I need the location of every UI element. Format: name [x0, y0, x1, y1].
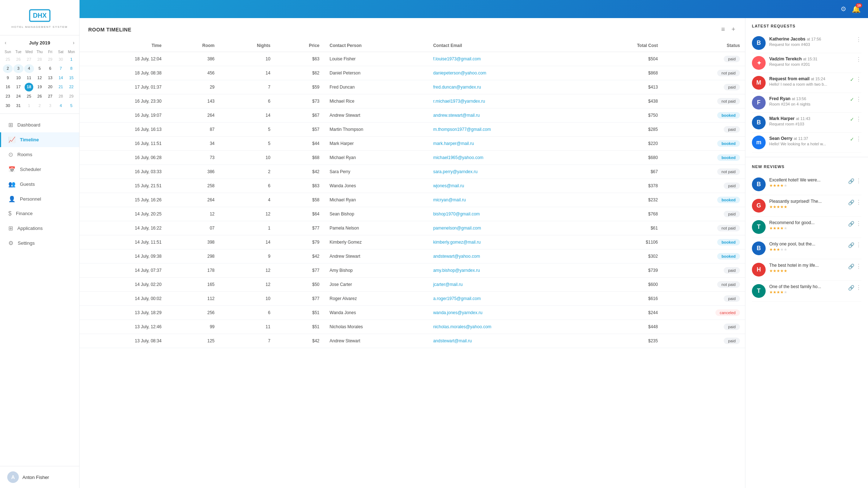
more-options-icon[interactable]: ⋮ — [856, 241, 861, 248]
cal-day[interactable]: 2 — [3, 64, 13, 73]
cal-day[interactable]: 17 — [13, 83, 23, 91]
cal-day[interactable]: 13 — [45, 74, 55, 82]
sidebar-item-applications[interactable]: ⊞ Applications — [0, 221, 79, 236]
cal-day[interactable]: 25 — [3, 55, 13, 64]
table-row[interactable]: 16 July, 23:30 143 6 $73 Michael Rice r.… — [80, 94, 745, 108]
cal-day[interactable]: 31 — [13, 102, 23, 110]
cal-day[interactable]: 28 — [35, 55, 44, 64]
cal-day[interactable]: 30 — [56, 55, 65, 64]
table-row[interactable]: 16 July, 03:33 386 2 $42 Sara Perry sara… — [80, 165, 745, 179]
cal-day[interactable]: 9 — [3, 74, 13, 82]
request-item[interactable]: F Fred Ryan at 13:56 Room #234 on 4 nigh… — [752, 93, 861, 113]
cal-day[interactable]: 1 — [24, 102, 34, 110]
link-icon[interactable]: 🔗 — [848, 264, 854, 269]
cal-day[interactable]: 29 — [67, 92, 76, 100]
more-options-icon[interactable]: ⋮ — [856, 116, 861, 123]
table-row[interactable]: 15 July, 21:51 258 6 $63 Wanda Jones wjo… — [80, 179, 745, 193]
review-item[interactable]: T One of the best family ho... ★★★★★ 🔗 ⋮ — [752, 281, 861, 302]
cal-day[interactable]: 3 — [13, 64, 23, 73]
cal-day[interactable]: 29 — [45, 55, 55, 64]
more-options-icon[interactable]: ⋮ — [856, 177, 861, 184]
more-options-icon[interactable]: ⋮ — [856, 56, 861, 63]
review-item[interactable]: B Excellent hotel! We were... ★★★★★ 🔗 ⋮ — [752, 174, 861, 195]
sidebar-item-guests[interactable]: 👥 Guests — [0, 177, 79, 192]
sidebar-item-timeline[interactable]: 📈 Timeline — [0, 132, 79, 147]
more-options-icon[interactable]: ⋮ — [856, 199, 861, 206]
cal-day[interactable]: 5 — [67, 102, 76, 110]
cal-day[interactable]: 5 — [35, 64, 44, 73]
cal-day[interactable]: 2 — [35, 102, 44, 110]
table-row[interactable]: 14 July, 20:25 12 12 $64 Sean Bishop bis… — [80, 207, 745, 221]
table-row[interactable]: 13 July, 18:29 256 6 $51 Wanda Jones wan… — [80, 306, 745, 320]
table-row[interactable]: 13 July, 08:34 125 7 $42 Andrew Stewart … — [80, 334, 745, 348]
link-icon[interactable]: 🔗 — [848, 200, 854, 205]
table-row[interactable]: 16 July, 11:51 34 5 $44 Mark Harper mark… — [80, 137, 745, 151]
filter-table-button[interactable]: ≡ — [720, 25, 726, 34]
more-options-icon[interactable]: ⋮ — [856, 220, 861, 227]
table-row[interactable]: 14 July, 00:02 112 10 $77 Roger Alvarez … — [80, 292, 745, 306]
table-row[interactable]: 14 July, 11:51 398 14 $79 Kimberly Gomez… — [80, 235, 745, 249]
sidebar-item-finance[interactable]: $ Finance — [0, 206, 79, 221]
more-options-icon[interactable]: ⋮ — [856, 136, 861, 142]
cal-day[interactable]: 4 — [56, 102, 65, 110]
review-item[interactable]: B Only one pool, but the... ★★★★★ 🔗 ⋮ — [752, 238, 861, 259]
link-icon[interactable]: 🔗 — [848, 242, 854, 248]
cal-day[interactable]: 14 — [56, 74, 65, 82]
more-options-icon[interactable]: ⋮ — [856, 76, 861, 83]
table-row[interactable]: 16 July, 19:07 264 14 $67 Andrew Stewart… — [80, 108, 745, 123]
link-icon[interactable]: 🔗 — [848, 285, 854, 291]
calendar-prev-button[interactable]: ‹ — [3, 39, 8, 46]
filter-icon[interactable]: ⚙ — [841, 5, 846, 13]
link-icon[interactable]: 🔗 — [848, 221, 854, 227]
table-row[interactable]: 18 July, 12:04 386 10 $63 Louise Fisher … — [80, 52, 745, 66]
more-options-icon[interactable]: ⋮ — [856, 36, 861, 43]
sidebar-item-personnel[interactable]: 👤 Personnel — [0, 192, 79, 206]
table-row[interactable]: 16 July, 16:13 87 5 $57 Martin Thompson … — [80, 123, 745, 137]
request-item[interactable]: M Request from email at 15:24 Hello! I n… — [752, 73, 861, 93]
cal-day[interactable]: 7 — [56, 64, 65, 73]
sidebar-item-scheduler[interactable]: 📅 Scheduler — [0, 162, 79, 177]
request-item[interactable]: ✦ Vadzim Terekch at 15:31 Request for ro… — [752, 53, 861, 73]
cal-day[interactable]: 1 — [67, 55, 76, 64]
more-options-icon[interactable]: ⋮ — [856, 263, 861, 270]
notifications-button[interactable]: 🔔 19 — [852, 5, 861, 13]
table-row[interactable]: 17 July, 01:37 29 7 $59 Fred Duncan fred… — [80, 80, 745, 94]
more-options-icon[interactable]: ⋮ — [856, 284, 861, 291]
cal-day[interactable]: 27 — [24, 55, 34, 64]
cal-day[interactable]: 25 — [24, 92, 34, 100]
cal-day[interactable]: 12 — [35, 74, 44, 82]
sidebar-item-rooms[interactable]: ⊙ Rooms — [0, 147, 79, 162]
review-item[interactable]: G Pleasantly surprised! The... ★★★★★ 🔗 ⋮ — [752, 195, 861, 217]
cal-day[interactable]: 23 — [3, 92, 13, 100]
table-row[interactable]: 15 July, 16:26 264 4 $58 Michael Ryan mi… — [80, 193, 745, 207]
cal-day[interactable]: 4 — [24, 64, 34, 73]
cal-day[interactable]: 6 — [45, 64, 55, 73]
more-options-icon[interactable]: ⋮ — [856, 96, 861, 103]
cal-day[interactable]: 26 — [13, 55, 23, 64]
cal-day[interactable]: 11 — [24, 74, 34, 82]
sidebar-item-settings[interactable]: ⚙ Settings — [0, 236, 79, 251]
sidebar-item-dashboard[interactable]: ⊞ Dashboard — [0, 117, 79, 132]
review-item[interactable]: H The best hotel in my life... ★★★★★ 🔗 ⋮ — [752, 259, 861, 281]
request-item[interactable]: B Katherine Jacobs at 17:56 Request for … — [752, 33, 861, 53]
cal-day[interactable]: 28 — [56, 92, 65, 100]
calendar-next-button[interactable]: › — [71, 39, 76, 46]
cal-day[interactable]: 27 — [45, 92, 55, 100]
cal-day[interactable]: 26 — [35, 92, 44, 100]
request-item[interactable]: B Mark Harper at 11:43 Request room #103… — [752, 113, 861, 133]
add-row-button[interactable]: + — [730, 25, 736, 34]
table-row[interactable]: 14 July, 02:20 165 12 $50 Jose Carter jc… — [80, 278, 745, 292]
cal-day[interactable]: 20 — [45, 83, 55, 91]
cal-day[interactable]: 16 — [3, 83, 13, 91]
table-row[interactable]: 16 July, 06:28 73 10 $68 Michael Ryan mi… — [80, 151, 745, 165]
link-icon[interactable]: 🔗 — [848, 178, 854, 184]
cal-day[interactable]: 15 — [67, 74, 76, 82]
request-item[interactable]: m Sean Oerry at 11:37 Hello! We looking … — [752, 133, 861, 153]
cal-day[interactable]: 8 — [67, 64, 76, 73]
review-item[interactable]: T Recommend for good... ★★★★★ 🔗 ⋮ — [752, 217, 861, 238]
cal-day[interactable]: 3 — [45, 102, 55, 110]
cal-day[interactable]: 10 — [13, 74, 23, 82]
cal-day[interactable]: 24 — [13, 92, 23, 100]
cal-day[interactable]: 22 — [67, 83, 76, 91]
table-row[interactable]: 14 July, 16:22 07 1 $77 Pamela Nelson pa… — [80, 221, 745, 235]
